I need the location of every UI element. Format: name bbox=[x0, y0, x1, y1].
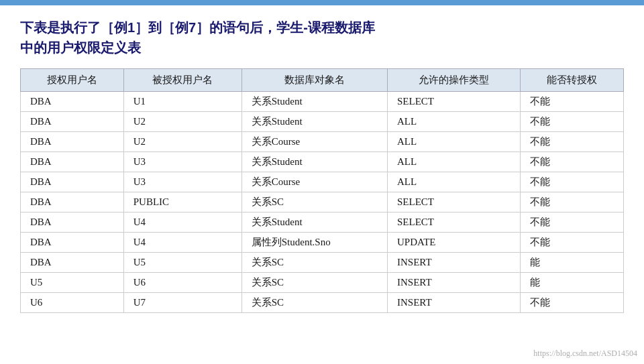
table-row: DBAU3关系StudentALL不能 bbox=[21, 152, 624, 172]
table-cell: 属性列Student.Sno bbox=[241, 233, 387, 253]
table-cell: DBA bbox=[21, 172, 124, 192]
table-cell: U6 bbox=[21, 293, 124, 313]
table-cell: U5 bbox=[123, 253, 241, 273]
table-cell: DBA bbox=[21, 192, 124, 213]
top-bar bbox=[0, 0, 644, 5]
table-header: 被授权用户名 bbox=[123, 69, 241, 92]
table-row: DBAU2关系CourseALL不能 bbox=[21, 132, 624, 152]
table-header: 授权用户名 bbox=[21, 69, 124, 92]
table-row: U6U7关系SCINSERT不能 bbox=[21, 293, 624, 313]
table-cell: U1 bbox=[123, 92, 241, 112]
table-cell: DBA bbox=[21, 152, 124, 172]
table-cell: PUBLIC bbox=[123, 192, 241, 213]
table-cell: U3 bbox=[123, 172, 241, 192]
table-cell: 不能 bbox=[521, 213, 624, 233]
table-row: DBAPUBLIC关系SCSELECT不能 bbox=[21, 192, 624, 213]
table-cell: DBA bbox=[21, 213, 124, 233]
table-header: 数据库对象名 bbox=[241, 69, 387, 92]
table-cell: SELECT bbox=[388, 213, 521, 233]
table-cell: INSERT bbox=[388, 293, 521, 313]
table-cell: INSERT bbox=[388, 273, 521, 293]
table-cell: 能 bbox=[521, 273, 624, 293]
table-cell: 关系Student bbox=[241, 92, 387, 112]
table-cell: 关系Student bbox=[241, 112, 387, 132]
table-cell: ALL bbox=[388, 132, 521, 152]
table-row: U5U6关系SCINSERT能 bbox=[21, 273, 624, 293]
table-cell: INSERT bbox=[388, 253, 521, 273]
table-cell: ALL bbox=[388, 112, 521, 132]
table-cell: 关系SC bbox=[241, 253, 387, 273]
table-row: DBAU1关系StudentSELECT不能 bbox=[21, 92, 624, 112]
table-cell: UPDATE bbox=[388, 233, 521, 253]
table-cell: U5 bbox=[21, 273, 124, 293]
table-cell: 关系SC bbox=[241, 192, 387, 213]
table-row: DBAU4关系StudentSELECT不能 bbox=[21, 213, 624, 233]
table-cell: SELECT bbox=[388, 92, 521, 112]
table-cell: DBA bbox=[21, 233, 124, 253]
table-cell: 不能 bbox=[521, 233, 624, 253]
table-row: DBAU5关系SCINSERT能 bbox=[21, 253, 624, 273]
table-cell: U2 bbox=[123, 132, 241, 152]
table-cell: 关系SC bbox=[241, 273, 387, 293]
table-cell: U4 bbox=[123, 233, 241, 253]
table-cell: DBA bbox=[21, 132, 124, 152]
table-cell: U3 bbox=[123, 152, 241, 172]
table-cell: U4 bbox=[123, 213, 241, 233]
table-cell: 不能 bbox=[521, 132, 624, 152]
table-cell: DBA bbox=[21, 112, 124, 132]
table-cell: 不能 bbox=[521, 172, 624, 192]
table-cell: U7 bbox=[123, 293, 241, 313]
table-header-row: 授权用户名被授权用户名数据库对象名允许的操作类型能否转授权 bbox=[21, 69, 624, 92]
table-row: DBAU4属性列Student.SnoUPDATE不能 bbox=[21, 233, 624, 253]
table-cell: 关系SC bbox=[241, 293, 387, 313]
table-cell: 不能 bbox=[521, 92, 624, 112]
table-cell: 关系Student bbox=[241, 213, 387, 233]
table-cell: 关系Course bbox=[241, 132, 387, 152]
table-row: DBAU3关系CourseALL不能 bbox=[21, 172, 624, 192]
table-cell: U6 bbox=[123, 273, 241, 293]
table-cell: ALL bbox=[388, 152, 521, 172]
table-cell: 不能 bbox=[521, 112, 624, 132]
permissions-table: 授权用户名被授权用户名数据库对象名允许的操作类型能否转授权 DBAU1关系Stu… bbox=[20, 68, 624, 313]
table-cell: DBA bbox=[21, 92, 124, 112]
main-content: 下表是执行了［例1］到［例7］的语句后，学生-课程数据库 中的用户权限定义表 授… bbox=[0, 5, 644, 320]
table-cell: U2 bbox=[123, 112, 241, 132]
table-row: DBAU2关系StudentALL不能 bbox=[21, 112, 624, 132]
table-cell: DBA bbox=[21, 253, 124, 273]
watermark: https://blog.csdn.net/ASD14504 bbox=[533, 349, 637, 359]
table-cell: 能 bbox=[521, 253, 624, 273]
table-cell: 不能 bbox=[521, 192, 624, 213]
table-header: 能否转授权 bbox=[521, 69, 624, 92]
page-title: 下表是执行了［例1］到［例7］的语句后，学生-课程数据库 中的用户权限定义表 bbox=[20, 17, 624, 58]
table-cell: 不能 bbox=[521, 152, 624, 172]
table-cell: 不能 bbox=[521, 293, 624, 313]
table-cell: 关系Student bbox=[241, 152, 387, 172]
table-body: DBAU1关系StudentSELECT不能DBAU2关系StudentALL不… bbox=[21, 92, 624, 313]
table-cell: SELECT bbox=[388, 192, 521, 213]
table-cell: 关系Course bbox=[241, 172, 387, 192]
table-cell: ALL bbox=[388, 172, 521, 192]
table-header: 允许的操作类型 bbox=[388, 69, 521, 92]
